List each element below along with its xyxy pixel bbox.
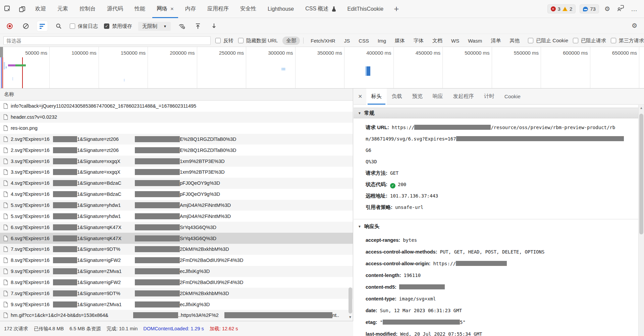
waterfall-mark bbox=[0, 47, 3, 57]
header-line: content-md5: bbox=[366, 281, 626, 293]
panel-tab[interactable]: 内存 bbox=[179, 0, 202, 18]
request-row[interactable]: 7.svg?Expires=161&Signature=9DT%2DkMI%2B… bbox=[0, 288, 353, 299]
tab-close-icon[interactable]: × bbox=[170, 6, 174, 12]
feedback-icon[interactable] bbox=[615, 5, 626, 13]
third-party-checkbox[interactable]: 第三方请求 bbox=[611, 38, 644, 44]
details-scrollbar-thumb[interactable] bbox=[639, 114, 643, 234]
redacted-block bbox=[133, 312, 178, 318]
name-column-header[interactable]: 名称 bbox=[0, 89, 353, 101]
request-row[interactable]: 4.svg?Expires=161&Signature=BdzaCpFJ0QeO… bbox=[0, 178, 353, 189]
filter-toggle-icon[interactable] bbox=[37, 21, 48, 31]
device-toolbar-icon[interactable] bbox=[15, 0, 30, 18]
close-details-icon[interactable]: × bbox=[354, 93, 366, 100]
timeline-gridline bbox=[148, 47, 148, 89]
request-row[interactable]: 3.svg?Expires=161&Signature=xxgqX1xm9%2B… bbox=[0, 156, 353, 167]
request-row[interactable]: 5.svg?Expires=161&Signature=yhdw1AmjD4A%… bbox=[0, 200, 353, 211]
redacted-block bbox=[135, 147, 180, 153]
details-tab-item[interactable]: Cookie bbox=[499, 89, 526, 105]
type-filter-pill[interactable]: 文档 bbox=[429, 37, 446, 45]
request-row[interactable]: 4.svg?Expires=161&Signature=BdzaCpFJ0QeO… bbox=[0, 189, 353, 200]
panel-tab[interactable]: Lighthouse bbox=[262, 0, 300, 18]
request-row[interactable]: 3.svg?Expires=161&Signature=xxgqX1xm9%2B… bbox=[0, 167, 353, 178]
type-filter-pill[interactable]: CSS bbox=[355, 37, 373, 45]
blocked-cookies-checkbox[interactable]: 已阻止 Cookie bbox=[528, 38, 568, 44]
request-row[interactable]: res-icon.png bbox=[0, 123, 353, 134]
type-filter-pill[interactable]: Fetch/XHR bbox=[307, 37, 339, 45]
details-tab-item[interactable]: 计时 bbox=[479, 89, 499, 105]
list-scroll-down-icon[interactable]: ▼ bbox=[348, 315, 352, 319]
invert-label: 反转 bbox=[223, 38, 233, 44]
request-name-text: res-icon.png bbox=[11, 125, 38, 131]
header-value: "5" bbox=[380, 320, 466, 325]
type-filter-pill[interactable]: 清单 bbox=[487, 37, 504, 45]
panel-tab[interactable]: 安全性 bbox=[234, 0, 262, 18]
panel-tab[interactable]: 性能 bbox=[129, 0, 151, 18]
section-header[interactable]: ▼常规 bbox=[354, 108, 638, 118]
request-row[interactable]: 8.svg?Expires=161&Signature=igFW22FmD%2B… bbox=[0, 255, 353, 266]
details-tab-item[interactable]: 负载 bbox=[387, 89, 407, 105]
request-row[interactable]: 6.svg?Expires=161&Signature=qK47XSrYq43G… bbox=[0, 222, 353, 233]
header-line: date:Sun, 12 Mar 2023 06:31:23 GMT bbox=[366, 305, 626, 317]
panel-tab[interactable]: 应用程序 bbox=[202, 0, 234, 18]
settings-gear-icon[interactable]: ⚙ bbox=[603, 5, 611, 13]
import-har-icon[interactable] bbox=[193, 21, 203, 31]
network-overview-timeline[interactable]: 50000 ms100000 ms150000 ms200000 ms25000… bbox=[0, 47, 644, 89]
type-filter-pill[interactable]: WS bbox=[447, 37, 463, 45]
invert-filter-checkbox[interactable]: 反转 bbox=[215, 38, 233, 44]
filter-input[interactable] bbox=[3, 36, 211, 45]
throttling-dropdown[interactable]: 无限制 ▼ bbox=[138, 22, 171, 31]
request-row[interactable]: 2.svg?Expires=161&Signature=zt206E%2BQ1R… bbox=[0, 145, 353, 156]
panel-tab[interactable]: 网络× bbox=[151, 0, 179, 18]
more-tabs-button[interactable]: + bbox=[389, 4, 404, 14]
preserve-log-checkbox[interactable]: 保留日志 bbox=[70, 23, 98, 30]
panel-tab[interactable]: 控制台 bbox=[74, 0, 101, 18]
details-tab-active[interactable]: 标头 bbox=[366, 89, 387, 105]
panel-tab[interactable]: EditThisCookie bbox=[342, 0, 389, 18]
panel-tab[interactable]: 源代码 bbox=[101, 0, 129, 18]
network-conditions-icon[interactable] bbox=[177, 21, 187, 31]
value-text: G6 bbox=[366, 148, 371, 153]
disable-cache-checkbox[interactable]: ✓ 禁用缓存 bbox=[104, 23, 132, 30]
request-row[interactable]: 5.svg?Expires=161&Signature=yhdw1AmjD4A%… bbox=[0, 211, 353, 222]
type-filter-pill[interactable]: 其他 bbox=[506, 37, 523, 45]
request-row[interactable]: 2.svg?Expires=161&Signature=zt206E%2BQ1R… bbox=[0, 134, 353, 145]
section-header[interactable]: ▼响应头 bbox=[354, 219, 638, 230]
type-filter-pill[interactable]: 全部 bbox=[282, 37, 300, 45]
details-tab-item[interactable]: 预览 bbox=[407, 89, 428, 105]
network-settings-gear-icon[interactable]: ⚙ bbox=[630, 22, 639, 30]
inspect-element-icon[interactable] bbox=[0, 0, 15, 18]
checkbox-unchecked bbox=[238, 38, 244, 43]
request-row[interactable]: 9.svg?Expires=161&Signature=ZMva1ecJlfxi… bbox=[0, 299, 353, 310]
type-filter-pill[interactable]: 字体 bbox=[410, 37, 427, 45]
clear-network-log-icon[interactable] bbox=[21, 21, 31, 31]
type-filter-pill[interactable]: JS bbox=[340, 37, 354, 45]
blocked-requests-checkbox[interactable]: 已阻止请求 bbox=[573, 38, 606, 44]
request-row[interactable]: 8.svg?Expires=161&Signature=igFW22FmD%2B… bbox=[0, 277, 353, 288]
waterfall-mark bbox=[15, 64, 26, 66]
header-line: access-control-allow-origin:https:// bbox=[366, 258, 626, 270]
export-har-icon[interactable] bbox=[209, 21, 219, 31]
search-icon[interactable] bbox=[54, 21, 64, 31]
details-tab-item[interactable]: 发起程序 bbox=[448, 89, 479, 105]
details-scrollbar[interactable]: ▲ bbox=[638, 105, 644, 336]
panel-tab[interactable]: 欢迎 bbox=[30, 0, 52, 18]
details-tab-item[interactable]: 响应 bbox=[428, 89, 448, 105]
hide-data-urls-checkbox[interactable]: 隐藏数据 URL bbox=[238, 38, 278, 44]
record-network-log-icon[interactable] bbox=[5, 21, 15, 31]
request-row[interactable]: info?callback=jQuery11020243058538674700… bbox=[0, 101, 353, 112]
request-row[interactable]: hm.gif?cc=1&ck=1&cl=24-bit&ds=1536x864&.… bbox=[0, 310, 353, 321]
messages-badge[interactable]: ▬ 73 bbox=[580, 4, 599, 13]
request-row[interactable]: 6.svg?Expires=161&Signature=qK47XSrYq43G… bbox=[0, 233, 353, 244]
panel-tab-label: 欢迎 bbox=[35, 5, 46, 12]
type-filter-pill[interactable]: 媒体 bbox=[391, 37, 409, 45]
overflow-menu-icon[interactable]: … bbox=[630, 5, 639, 13]
request-row[interactable]: header.css?v=0.0232 bbox=[0, 112, 353, 123]
panel-tab[interactable]: 元素 bbox=[52, 0, 74, 18]
request-row[interactable]: 7.svg?Expires=161&Signature=9DT%2DkMI%2B… bbox=[0, 244, 353, 255]
type-filter-pill[interactable]: Wasm bbox=[464, 37, 486, 45]
issues-badge[interactable]: ✕ 3 ! 2 bbox=[547, 4, 576, 13]
type-filter-pill[interactable]: Img bbox=[374, 37, 390, 45]
list-scrollbar-thumb[interactable] bbox=[348, 287, 352, 314]
request-row[interactable]: 9.svg?Expires=161&Signature=ZMva1ecJlfxi… bbox=[0, 266, 353, 277]
panel-tab[interactable]: CSS 概述 bbox=[300, 0, 341, 18]
